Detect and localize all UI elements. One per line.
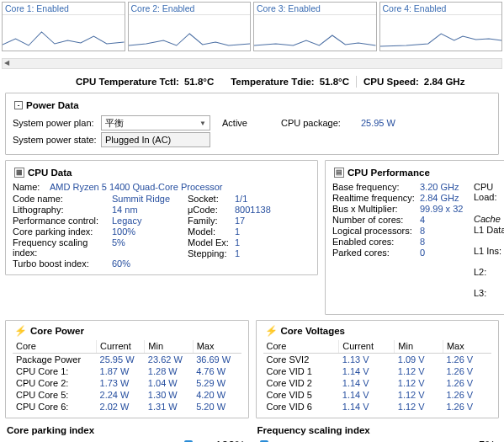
core-power-group: ⚡Core Power Core Current Min Max Package… xyxy=(5,320,249,418)
core-3-title: Core 3: Enabled xyxy=(254,3,376,15)
core-power-table: Core Current Min Max Package Power25.95 … xyxy=(13,340,241,413)
table-row: CPU Core 5:2.24 W1.30 W4.20 W xyxy=(13,389,241,401)
horizontal-scrollbar[interactable] xyxy=(2,58,502,69)
cpu-perf-title: CPU Performance xyxy=(347,168,430,178)
power-state-dropdown[interactable]: Plugged In (AC) xyxy=(101,132,210,147)
cpu-icon: ▦ xyxy=(14,168,24,178)
perf-icon: ▤ xyxy=(334,168,344,178)
core-2-title: Core 2: Enabled xyxy=(129,3,251,15)
core-2-graph: Core 2: Enabled xyxy=(128,2,252,51)
core-1-title: Core 1: Enabled xyxy=(3,3,125,15)
cpu-name: AMD Ryzen 5 1400 Quad-Core Processor xyxy=(50,182,222,192)
cpu-data-group: ▦CPU Data Name:AMD Ryzen 5 1400 Quad-Cor… xyxy=(5,160,318,275)
power-plan-label: System power plan: xyxy=(13,118,101,128)
temp-tctl-label: CPU Temperature Tctl: xyxy=(76,77,179,87)
power-plan-status: Active xyxy=(222,118,247,128)
summary-bar: CPU Temperature Tctl: 51.8°C Temperature… xyxy=(0,72,504,93)
temp-tdie-label: Temperature Tdie: xyxy=(231,77,314,87)
cpu-speed-label: CPU Speed: xyxy=(363,77,419,87)
cpu-speed-value: 2.84 GHz xyxy=(424,77,465,87)
core-volt-title: Core Voltages xyxy=(281,326,345,336)
freq-value: 5% xyxy=(455,439,496,442)
power-data-title: Power Data xyxy=(26,100,79,110)
core-4-graph: Core 4: Enabled xyxy=(379,2,503,51)
temp-tctl-value: 51.8°C xyxy=(184,77,214,87)
parking: 100% xyxy=(112,226,188,237)
parking-value: 100% xyxy=(205,439,246,442)
table-row: Core VID 61.14 V1.12 V1.26 V xyxy=(263,401,492,413)
power-state-label: System power state: xyxy=(13,135,101,145)
modelex: 1 xyxy=(235,237,310,248)
cpu-perf-group: ▤CPU Performance Base frequency:3.20 GHz… xyxy=(325,160,504,315)
bolt-icon: ⚡ xyxy=(14,325,27,337)
busmul: 99.99 x 32 xyxy=(420,204,474,214)
cache-header: Cache xyxy=(474,214,504,224)
base-freq: 3.20 GHz xyxy=(420,182,474,192)
stepping: 1 xyxy=(235,248,310,258)
power-data-group: -Power Data System power plan: 平衡▼ Activ… xyxy=(5,93,499,155)
bolt-icon: ⚡ xyxy=(265,325,278,337)
cpu-package-label: CPU package: xyxy=(281,118,341,128)
parking-title: Core parking index xyxy=(7,425,249,435)
litho: 14 nm xyxy=(112,205,188,215)
freq-slider-group: Frequency scaling index 5% xyxy=(256,425,500,442)
socket: 1/1 xyxy=(235,194,310,204)
temp-tdie-value: 51.8°C xyxy=(320,77,349,87)
table-row: Core VID 51.14 V1.12 V1.26 V xyxy=(263,389,492,401)
freq-slider[interactable] xyxy=(259,439,449,442)
real-freq: 2.84 GHz xyxy=(420,193,474,203)
ncores: 4 xyxy=(420,215,474,225)
core-volt-group: ⚡Core Voltages Core Current Min Max Core… xyxy=(256,320,500,418)
en-cores: 8 xyxy=(420,237,474,247)
ucode: 8001138 xyxy=(235,205,310,215)
parking-slider-group: Core parking index 100% xyxy=(5,425,249,442)
table-row: Core VID 21.14 V1.12 V1.26 V xyxy=(263,377,492,389)
core-graphs-row: Core 1: Enabled Core 2: Enabled Core 3: … xyxy=(0,0,504,53)
parking-slider[interactable] xyxy=(8,439,199,442)
turbo: 60% xyxy=(112,258,188,269)
table-row: CPU Core 1:1.87 W1.28 W4.76 W xyxy=(13,365,241,377)
pk-cores: 0 xyxy=(420,248,474,258)
model: 1 xyxy=(235,226,310,237)
collapse-icon[interactable]: - xyxy=(14,101,23,109)
nlp: 8 xyxy=(420,226,474,236)
core-4-title: Core 4: Enabled xyxy=(380,3,502,15)
core-3-graph: Core 3: Enabled xyxy=(253,2,377,51)
core-1-graph: Core 1: Enabled xyxy=(2,2,125,51)
codename: Summit Ridge xyxy=(112,194,188,204)
table-row: Core VID 11.14 V1.12 V1.26 V xyxy=(263,365,492,377)
freq-title: Frequency scaling index xyxy=(257,425,500,435)
cpu-package-value: 25.95 W xyxy=(361,118,395,128)
freqscale: 5% xyxy=(112,237,188,258)
power-plan-dropdown[interactable]: 平衡▼ xyxy=(101,115,210,130)
cpu-data-title: CPU Data xyxy=(28,168,72,178)
table-row: CPU Core 2:1.73 W1.04 W5.29 W xyxy=(13,377,241,389)
table-row: CPU Core 6:2.02 W1.31 W5.20 W xyxy=(13,401,241,413)
core-power-title: Core Power xyxy=(30,326,84,336)
table-row: Core SVI21.13 V1.09 V1.26 V xyxy=(263,354,492,366)
table-row: Package Power25.95 W23.62 W36.69 W xyxy=(13,354,241,366)
family: 17 xyxy=(235,216,310,226)
chevron-down-icon: ▼ xyxy=(199,120,206,127)
core-volt-table: Core Current Min Max Core SVI21.13 V1.09… xyxy=(263,340,492,413)
perfctrl: Legacy xyxy=(112,216,188,226)
